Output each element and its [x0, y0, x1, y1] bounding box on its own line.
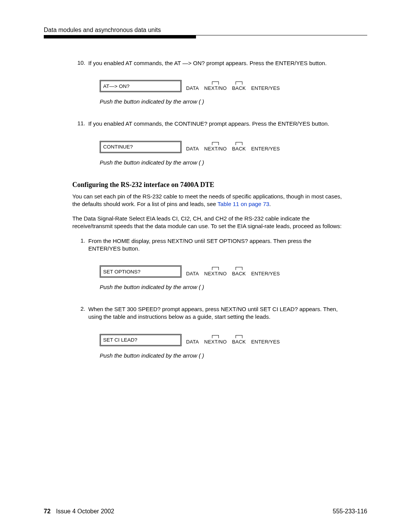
button-row: DATA NEXT/NO BACK ENTER/YES	[186, 267, 280, 276]
button-back: BACK	[232, 267, 246, 276]
btn-label: DATA	[186, 339, 199, 345]
button-enteryes: ENTER/YES	[251, 339, 280, 345]
button-data: DATA	[186, 85, 199, 91]
header-title: Data modules and asynchronous data units	[44, 27, 367, 35]
lcd-display: SET CI LEAD?	[100, 334, 182, 346]
btn-label: BACK	[232, 271, 246, 276]
lcd-panel-10: AT — > ON? DATA NEXT/NO BACK ENTER/YES	[100, 80, 342, 92]
step-text: If you enabled AT commands, the CONTINUE…	[88, 120, 342, 128]
lcd-display: AT — > ON?	[100, 80, 182, 92]
display-caption: Push the button indicated by the arrow (…	[100, 352, 342, 359]
button-row: DATA NEXT/NO BACK ENTER/YES	[186, 335, 280, 345]
button-row: DATA NEXT/NO BACK ENTER/YES	[186, 142, 280, 152]
step-text: If you enabled AT commands, the AT —> ON…	[88, 59, 342, 67]
button-nextno: NEXT/NO	[204, 267, 227, 276]
step-1: 1. From the HOME display, press NEXT/NO …	[72, 237, 342, 253]
step-11: 11. If you enabled AT commands, the CONT…	[72, 120, 342, 128]
button-back: BACK	[232, 81, 246, 91]
display-caption: Push the button indicated by the arrow (…	[100, 284, 342, 290]
btn-label: ENTER/YES	[251, 146, 280, 152]
lcd-text: SET OPTIONS?	[103, 269, 140, 275]
page-footer: 72 Issue 4 October 2002 555-233-116	[44, 508, 367, 515]
issue-date: Issue 4 October 2002	[56, 508, 114, 514]
lcd-panel-11: CONTINUE? DATA NEXT/NO BACK ENTER/YES	[100, 141, 342, 153]
lcd-text: SET CI LEAD?	[103, 337, 137, 343]
btn-label: ENTER/YES	[251, 339, 280, 345]
step-number: 2.	[72, 305, 88, 321]
text: > ON? prompt appears. Press the ENTER/YE…	[188, 60, 327, 66]
btn-label: BACK	[232, 146, 246, 152]
led-icon	[212, 267, 219, 270]
step-number: 10.	[72, 59, 88, 67]
table-link[interactable]: Table 11 on page 73	[218, 201, 269, 207]
footer-left: 72 Issue 4 October 2002	[44, 508, 114, 515]
button-nextno: NEXT/NO	[204, 81, 227, 91]
lcd-panel-1: SET OPTIONS? DATA NEXT/NO BACK ENTER/YES	[100, 265, 342, 278]
header-rule-thick	[44, 35, 196, 38]
lcd-text: CONTINUE?	[103, 144, 133, 150]
step-text: From the HOME display, press NEXT/NO unt…	[88, 237, 342, 253]
footer-right: 555-233-116	[333, 508, 367, 515]
button-data: DATA	[186, 339, 199, 345]
btn-label: ENTER/YES	[251, 85, 280, 91]
led-icon	[236, 267, 242, 270]
display-caption: Push the button indicated by the arrow (…	[100, 98, 342, 105]
led-icon	[212, 335, 219, 338]
section-paragraph-2: The Data Signal-Rate Select EIA leads CI…	[72, 215, 342, 230]
button-data: DATA	[186, 271, 199, 276]
lcd-panel-2: SET CI LEAD? DATA NEXT/NO BACK ENTER/YES	[100, 334, 342, 346]
btn-label: DATA	[186, 146, 199, 152]
button-enteryes: ENTER/YES	[251, 146, 280, 152]
btn-label: DATA	[186, 85, 199, 91]
step-10: 10. If you enabled AT commands, the AT —…	[72, 59, 342, 67]
btn-label: NEXT/NO	[204, 85, 227, 91]
btn-label: NEXT/NO	[204, 339, 227, 345]
document-page: Data modules and asynchronous data units…	[0, 0, 411, 532]
btn-label: NEXT/NO	[204, 271, 227, 276]
button-back: BACK	[232, 142, 246, 152]
dash-icon: —	[182, 60, 188, 66]
led-icon	[212, 142, 219, 145]
step-number: 11.	[72, 120, 88, 128]
main-content: 10. If you enabled AT commands, the AT —…	[44, 38, 342, 359]
led-icon	[236, 335, 242, 338]
button-nextno: NEXT/NO	[204, 142, 227, 152]
text: .	[269, 201, 271, 207]
page-header: Data modules and asynchronous data units	[44, 27, 367, 38]
step-number: 1.	[72, 237, 88, 253]
led-icon	[212, 81, 219, 85]
lcd-text: > ON?	[115, 83, 129, 89]
step-text: When the SET 300 SPEED? prompt appears, …	[88, 305, 342, 321]
text: If you enabled AT commands, the AT	[88, 60, 182, 66]
lcd-text: AT	[103, 83, 109, 89]
button-data: DATA	[186, 146, 199, 152]
button-enteryes: ENTER/YES	[251, 85, 280, 91]
section-heading: Configuring the RS-232 interface on 7400…	[72, 181, 342, 189]
lcd-display: CONTINUE?	[100, 141, 182, 153]
button-enteryes: ENTER/YES	[251, 271, 280, 276]
led-icon	[236, 142, 242, 145]
button-row: DATA NEXT/NO BACK ENTER/YES	[186, 81, 280, 91]
step-2: 2. When the SET 300 SPEED? prompt appear…	[72, 305, 342, 321]
button-nextno: NEXT/NO	[204, 335, 227, 345]
section-paragraph-1: You can set each pin of the RS-232 cable…	[72, 193, 342, 208]
btn-label: DATA	[186, 271, 199, 276]
btn-label: ENTER/YES	[251, 271, 280, 276]
dash-icon: —	[109, 83, 115, 89]
lcd-display: SET OPTIONS?	[100, 265, 182, 278]
page-number: 72	[44, 508, 51, 514]
text: You can set each pin of the RS-232 cable…	[72, 193, 342, 207]
btn-label: NEXT/NO	[204, 146, 227, 152]
button-back: BACK	[232, 335, 246, 345]
btn-label: BACK	[232, 85, 246, 91]
btn-label: BACK	[232, 339, 246, 345]
display-caption: Push the button indicated by the arrow (…	[100, 159, 342, 166]
led-icon	[236, 81, 242, 85]
